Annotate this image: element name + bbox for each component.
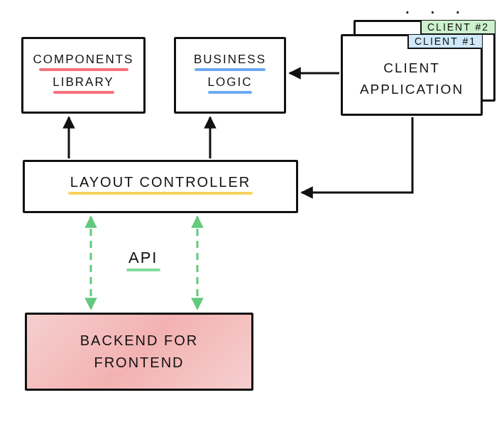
label-api: API — [124, 249, 162, 276]
underline-logic — [208, 91, 252, 94]
box-layout-controller: LAYOUT CONTROLLER — [23, 160, 298, 213]
ellipsis-icon: . . . — [405, 0, 468, 18]
text-api: API — [124, 249, 162, 267]
text-components: COMPONENTS — [29, 53, 138, 67]
text-client: CLIENT — [379, 60, 444, 76]
text-bff-1: BACKEND FOR — [76, 332, 202, 349]
underline-business — [195, 68, 265, 71]
tag-client-2: CLIENT #2 — [420, 21, 495, 35]
text-business: BUSINESS — [190, 53, 270, 67]
diagram-canvas: . . . CLIENT #2 COMPONENTS LIBRARY BUSIN… — [0, 0, 504, 422]
box-business-logic: BUSINESS LOGIC — [174, 37, 286, 114]
box-components-library: COMPONENTS LIBRARY — [21, 37, 146, 114]
underline-components — [39, 68, 128, 71]
text-application: APPLICATION — [356, 82, 468, 97]
text-library: LIBRARY — [48, 75, 118, 90]
arrow-client-to-layout — [302, 117, 412, 193]
text-layout-controller: LAYOUT CONTROLLER — [66, 174, 255, 190]
box-client-app-1: CLIENT #1 CLIENT APPLICATION — [341, 34, 483, 116]
underline-api — [126, 269, 160, 271]
tag-client-1: CLIENT #1 — [407, 35, 482, 49]
underline-layout — [68, 192, 253, 195]
underline-library — [53, 91, 114, 94]
box-backend-for-frontend: BACKEND FOR FRONTEND — [25, 313, 253, 391]
text-logic: LOGIC — [204, 75, 257, 90]
text-bff-2: FRONTEND — [89, 355, 188, 371]
